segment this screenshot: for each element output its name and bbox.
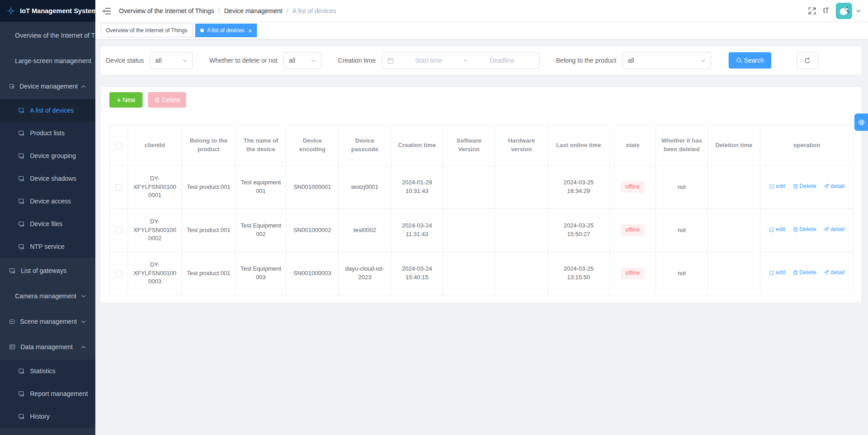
- clientId-cell: DY-XFYLFSN001000001: [128, 166, 182, 209]
- doc-gear-icon: [18, 221, 25, 227]
- calendar-icon: [387, 57, 394, 64]
- name-cell: Test equipment 001: [236, 166, 286, 209]
- tab-label: Overview of the Internet of Things: [106, 27, 187, 34]
- sidebar-item-report-management[interactable]: Report management: [0, 382, 95, 405]
- sidebar-item-scene-management[interactable]: Scene management: [0, 309, 95, 334]
- active-dot-icon: [200, 29, 204, 32]
- chevron-up-icon: [81, 346, 86, 349]
- deletion-time-cell: [708, 252, 760, 295]
- settings-gear-button[interactable]: [854, 114, 868, 131]
- app-header: IoT Management System: [0, 0, 95, 22]
- row-checkbox[interactable]: [115, 270, 122, 277]
- sidebar-item-device-files[interactable]: Device files: [0, 213, 95, 235]
- deleted-cell: not: [656, 209, 708, 252]
- doc-gear-icon: [18, 107, 25, 114]
- search-button[interactable]: Search: [729, 52, 771, 69]
- sidebar-item-device-shadows[interactable]: Device shadows: [0, 167, 95, 190]
- checkbox-cell: [110, 166, 128, 209]
- sidebar: IoT Management System Overview of the In…: [0, 0, 95, 435]
- operation-cell: editDeletedetail: [760, 209, 853, 252]
- close-icon[interactable]: ×: [248, 27, 252, 34]
- edit-icon: [769, 270, 775, 276]
- deadline-input[interactable]: [470, 57, 534, 64]
- sidebar-item-list-of-gateways[interactable]: List of gateways: [0, 258, 95, 283]
- sidebar-item-label: Large-screen management: [15, 57, 91, 64]
- sidebar-item-large-screen-management[interactable]: Large-screen management: [0, 48, 95, 74]
- logo-icon: [6, 6, 16, 16]
- doc-gear-icon: [18, 368, 25, 375]
- column-header: clientId: [128, 125, 182, 166]
- creation-time-label: Creation time: [338, 57, 375, 64]
- doc-gear-icon: [18, 413, 25, 420]
- chevron-down-icon: [182, 59, 187, 62]
- row-checkbox[interactable]: [115, 184, 122, 191]
- name-cell: Test Equipment 003: [236, 252, 286, 295]
- sidebar-item-device-access[interactable]: Device access: [0, 190, 95, 213]
- send-icon: [824, 227, 829, 232]
- column-header: Belong to the product: [182, 125, 236, 166]
- checkbox-cell: [110, 209, 128, 252]
- new-button[interactable]: + New: [109, 92, 143, 108]
- delete-link[interactable]: Delete: [793, 268, 817, 277]
- sidebar-item-product-lists[interactable]: Product lists: [0, 122, 95, 144]
- row-checkbox[interactable]: [115, 227, 122, 234]
- state-cell: offline: [610, 166, 656, 209]
- detail-link[interactable]: detail: [824, 182, 844, 191]
- breadcrumb-item[interactable]: Overview of the Internet of Things: [119, 7, 214, 15]
- belong-product-select[interactable]: all: [622, 52, 711, 69]
- tab-label: A list of devices: [207, 27, 245, 34]
- delete-link[interactable]: Delete: [793, 182, 817, 191]
- sidebar-item-device-management[interactable]: Device management: [0, 74, 95, 99]
- font-size-icon[interactable]: tT: [823, 6, 829, 15]
- device-status-select[interactable]: all: [150, 52, 193, 69]
- table-row: DY-XFYLFSN001000001Test product 001Test …: [110, 166, 853, 209]
- clientId-cell: DY-XFYLFSN001000003: [128, 252, 182, 295]
- doc-gear-icon: [18, 175, 25, 182]
- edit-icon: [769, 227, 775, 232]
- breadcrumb-separator: /: [218, 7, 220, 15]
- device-status-label: Device status: [106, 57, 144, 64]
- edit-link[interactable]: edit: [769, 182, 785, 191]
- delete-link[interactable]: Delete: [793, 225, 817, 234]
- chevron-down-icon[interactable]: [856, 10, 861, 12]
- sidebar-item-data-management[interactable]: Data management: [0, 334, 95, 360]
- sidebar-collapse-button[interactable]: [103, 7, 111, 15]
- sidebar-item-overview[interactable]: Overview of the Internet of Things: [0, 23, 95, 48]
- checkbox-cell: [110, 252, 128, 295]
- delete-button[interactable]: Delete: [148, 92, 186, 108]
- sidebar-item-label: Scene management: [20, 318, 77, 325]
- detail-link[interactable]: detail: [824, 268, 844, 277]
- breadcrumb-separator: /: [286, 7, 288, 15]
- sidebar-item-history[interactable]: History: [0, 405, 95, 428]
- table-row: DY-XFYLFSN001000002Test product 001Test …: [110, 209, 853, 252]
- avatar[interactable]: [836, 3, 852, 19]
- select-value: all: [289, 57, 295, 64]
- refresh-button[interactable]: [797, 52, 819, 69]
- creation-time-range-picker[interactable]: ~: [382, 52, 540, 69]
- sidebar-item-label: Device grouping: [30, 152, 76, 159]
- scene-icon: [9, 319, 15, 325]
- encoding-cell: SN001000001: [286, 166, 339, 209]
- edit-link[interactable]: edit: [769, 268, 785, 277]
- sidebar-item-label: A list of devices: [30, 107, 74, 114]
- whether-delete-select[interactable]: all: [283, 52, 321, 69]
- start-time-input[interactable]: [397, 57, 461, 64]
- sidebar-item-device-grouping[interactable]: Device grouping: [0, 144, 95, 167]
- chevron-down-icon: [81, 320, 86, 323]
- sidebar-item-statistics[interactable]: Statistics: [0, 360, 95, 382]
- clientId-cell: DY-XFYLFSN001000002: [128, 209, 182, 252]
- sidebar-item-camera-management[interactable]: Camera management: [0, 283, 95, 309]
- select-all-checkbox[interactable]: [115, 142, 122, 149]
- sidebar-item-ntp-service[interactable]: NTP service: [0, 235, 95, 258]
- chevron-down-icon: [700, 59, 705, 62]
- sidebar-item-a-list-of-devices[interactable]: A list of devices: [0, 99, 95, 122]
- tab-overview-of-the-internet-of-things[interactable]: Overview of the Internet of Things: [101, 24, 192, 37]
- breadcrumb-item[interactable]: Device management: [224, 7, 282, 15]
- detail-link[interactable]: detail: [824, 225, 844, 234]
- edit-link[interactable]: edit: [769, 225, 785, 234]
- fullscreen-icon[interactable]: [808, 7, 816, 15]
- software-cell: [443, 252, 495, 295]
- submenu-data-management: StatisticsReport managementHistory: [0, 360, 95, 428]
- tab-a-list-of-devices[interactable]: A list of devices×: [195, 24, 257, 37]
- select-value: all: [628, 57, 634, 64]
